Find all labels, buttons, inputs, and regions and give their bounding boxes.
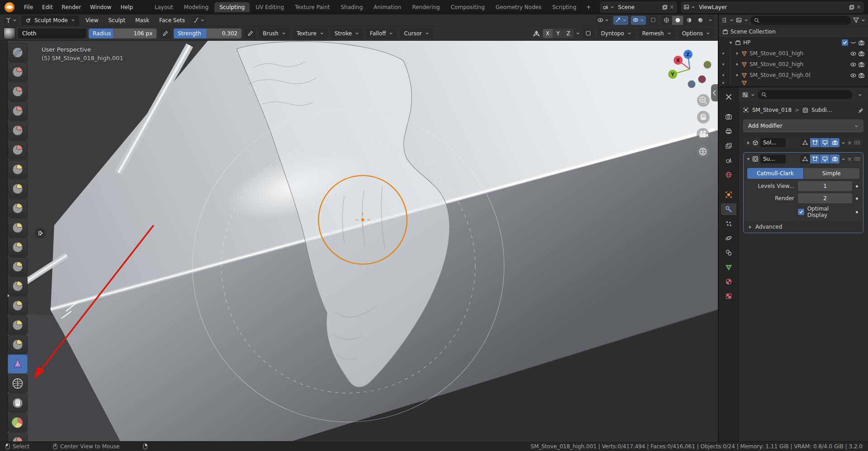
show-overlays-toggle[interactable] bbox=[631, 16, 646, 25]
unlink-scene-icon[interactable] bbox=[669, 5, 674, 10]
menu-view[interactable]: View bbox=[82, 16, 102, 24]
render-camera-icon[interactable] bbox=[859, 51, 864, 57]
tab-animation[interactable]: Animation bbox=[369, 2, 406, 12]
xray-toggle[interactable] bbox=[649, 16, 658, 25]
filter-dropdown[interactable] bbox=[861, 18, 865, 22]
edit-mode-toggle[interactable] bbox=[810, 138, 820, 147]
brush-multires-displacement-eraser-button[interactable] bbox=[8, 432, 28, 441]
editor-type-button[interactable] bbox=[4, 16, 19, 25]
expand-chevron-icon[interactable] bbox=[746, 141, 750, 145]
falloff-panel-dropdown[interactable]: Falloff bbox=[366, 29, 397, 38]
dyntopo-checkbox[interactable] bbox=[583, 29, 594, 38]
brush-pose-button[interactable] bbox=[8, 257, 28, 276]
catmull-clark-button[interactable]: Catmull-Clark bbox=[747, 168, 803, 179]
strength-slider[interactable]: Strength 0.302 bbox=[174, 29, 242, 38]
remove-view-layer-icon[interactable] bbox=[856, 5, 861, 10]
display-mode-icon[interactable] bbox=[736, 17, 742, 23]
menu-edit[interactable]: Edit bbox=[38, 3, 57, 12]
orthographic-toggle-button[interactable] bbox=[697, 145, 709, 158]
brush-simplify-button[interactable] bbox=[8, 374, 28, 393]
object-row[interactable]: SM_Stove_002_high.0( bbox=[719, 70, 868, 81]
collection-checkbox[interactable] bbox=[842, 39, 848, 46]
properties-tab-view-layer[interactable] bbox=[721, 140, 736, 152]
new-scene-icon[interactable] bbox=[662, 5, 668, 10]
brush-name-field[interactable]: Cloth bbox=[18, 29, 86, 38]
hide-eye-icon[interactable] bbox=[850, 62, 856, 67]
menu-mask[interactable]: Mask bbox=[132, 16, 153, 24]
properties-tab-constraints[interactable] bbox=[721, 247, 736, 259]
object-visibility-dropdown[interactable] bbox=[596, 16, 611, 25]
brush-clay-thumb-button[interactable] bbox=[8, 121, 28, 140]
display-mode-dropdown[interactable] bbox=[744, 18, 748, 22]
menu-help[interactable]: Help bbox=[116, 3, 137, 12]
shading-rendered-button[interactable] bbox=[695, 16, 706, 25]
blender-logo-icon[interactable] bbox=[5, 2, 14, 12]
render-toggle[interactable] bbox=[830, 138, 840, 147]
tab-sculpting[interactable]: Sculpting bbox=[214, 2, 250, 12]
mirror-z-toggle[interactable]: Z bbox=[564, 29, 574, 38]
render-camera-icon[interactable] bbox=[859, 40, 864, 46]
brush-clay-strips-button[interactable] bbox=[8, 101, 28, 120]
show-gizmo-toggle[interactable] bbox=[613, 16, 628, 25]
animate-dot-icon[interactable] bbox=[856, 197, 858, 200]
outliner-search-input[interactable] bbox=[750, 16, 851, 25]
hide-eye-icon[interactable] bbox=[850, 51, 856, 57]
tab-scripting[interactable]: Scripting bbox=[547, 2, 581, 12]
brush-rotate-button[interactable] bbox=[8, 296, 28, 315]
breadcrumb-modifier[interactable]: Subdi... bbox=[811, 107, 832, 113]
brush-falloff-dropdown[interactable] bbox=[191, 16, 206, 25]
properties-tab-tool[interactable] bbox=[721, 91, 736, 103]
tab-compositing[interactable]: Compositing bbox=[446, 2, 489, 12]
expand-triangle-icon[interactable] bbox=[735, 62, 739, 66]
menu-sculpt[interactable]: Sculpt bbox=[104, 16, 128, 24]
brush-thumb-button[interactable] bbox=[8, 238, 28, 257]
properties-tab-world[interactable] bbox=[721, 169, 736, 181]
collapse-chevron-icon[interactable] bbox=[746, 157, 750, 161]
drag-handle-icon[interactable] bbox=[854, 140, 860, 145]
properties-editor-dropdown[interactable] bbox=[751, 93, 755, 97]
object-row[interactable]: SM_Stove_002_high bbox=[719, 59, 868, 70]
brush-grab-button[interactable] bbox=[8, 199, 28, 218]
scene-selector[interactable]: Scene bbox=[600, 2, 677, 13]
expand-triangle-icon[interactable] bbox=[735, 73, 739, 77]
outliner-editor-dropdown[interactable] bbox=[730, 18, 734, 22]
brush-preview-thumbnail[interactable] bbox=[4, 28, 15, 39]
properties-tab-physics[interactable] bbox=[721, 232, 736, 244]
brush-panel-dropdown[interactable]: Brush bbox=[259, 29, 290, 38]
add-modifier-button[interactable]: Add Modifier bbox=[743, 120, 863, 132]
new-view-layer-icon[interactable] bbox=[849, 5, 854, 10]
brush-cloth-button[interactable] bbox=[8, 355, 28, 374]
modifier-extras-dropdown[interactable] bbox=[841, 141, 845, 145]
properties-tab-output[interactable] bbox=[721, 125, 736, 137]
remesh-panel-dropdown[interactable]: Remesh bbox=[638, 29, 675, 38]
options-panel-dropdown[interactable]: Options bbox=[678, 29, 714, 38]
stroke-panel-dropdown[interactable]: Stroke bbox=[331, 29, 363, 38]
shading-wireframe-button[interactable] bbox=[661, 16, 672, 25]
menu-window[interactable]: Window bbox=[86, 3, 115, 12]
hide-eye-closed-icon[interactable] bbox=[850, 40, 856, 46]
pan-button[interactable] bbox=[697, 111, 710, 124]
levels-viewport-field[interactable]: 1 bbox=[798, 181, 852, 191]
shading-dropdown[interactable] bbox=[706, 16, 714, 25]
filter-icon[interactable] bbox=[853, 17, 859, 23]
tab-shading[interactable]: Shading bbox=[336, 2, 368, 12]
cursor-panel-dropdown[interactable]: Cursor bbox=[400, 29, 433, 38]
tab-layout[interactable]: Layout bbox=[150, 2, 178, 12]
brush-boundary-button[interactable] bbox=[8, 335, 28, 354]
tab-rendering[interactable]: Rendering bbox=[407, 2, 445, 12]
realtime-toggle[interactable] bbox=[820, 154, 830, 163]
properties-editor-icon[interactable] bbox=[742, 92, 748, 98]
breadcrumb-object[interactable]: SM_Stove_018 bbox=[752, 107, 792, 113]
render-toggle[interactable] bbox=[830, 154, 840, 163]
sidebar-collapse-chevron[interactable] bbox=[711, 84, 718, 101]
mode-dropdown[interactable]: Sculpt Mode bbox=[21, 15, 79, 25]
radius-slider[interactable]: Radius 106 px bbox=[89, 29, 157, 38]
mirror-x-toggle[interactable]: X bbox=[543, 29, 553, 38]
render-camera-icon[interactable] bbox=[859, 62, 864, 67]
menu-render[interactable]: Render bbox=[57, 3, 85, 12]
tab-texture-paint[interactable]: Texture Paint bbox=[290, 2, 335, 12]
brush-draw-sharp-button[interactable] bbox=[8, 62, 28, 82]
brush-nudge-button[interactable] bbox=[8, 277, 28, 296]
simple-button[interactable]: Simple bbox=[804, 168, 860, 179]
brush-snake-hook-button[interactable] bbox=[8, 218, 28, 237]
